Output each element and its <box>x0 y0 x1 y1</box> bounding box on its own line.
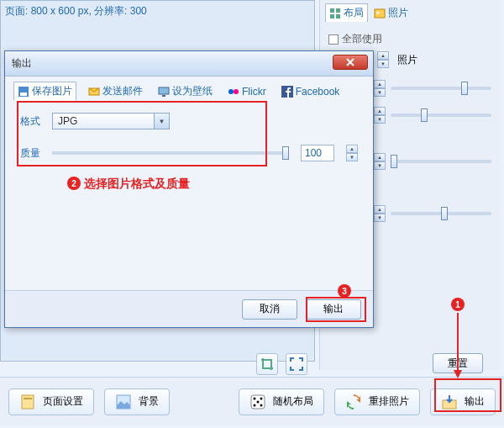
annotation-badge-3: 3 <box>338 284 351 298</box>
use-all-checkbox[interactable] <box>328 34 339 45</box>
svg-rect-6 <box>22 395 34 409</box>
slider-d[interactable] <box>391 212 491 215</box>
quality-slider[interactable] <box>52 151 289 155</box>
svg-point-11 <box>260 397 263 399</box>
svg-rect-7 <box>24 398 32 399</box>
svg-rect-4 <box>375 9 385 18</box>
annotation-arrowhead-1 <box>454 370 462 378</box>
tab-photo-label: 照片 <box>388 6 408 20</box>
svg-rect-3 <box>336 14 340 18</box>
bottom-toolbar: 页面设置 背景 随机布局 重排照片 输出 <box>0 377 504 425</box>
quality-label: 质量 <box>20 146 40 161</box>
page-info: 页面: 800 x 600 px, 分辨率: 300 <box>5 4 147 18</box>
photo-count-spinner[interactable]: ▲▼ <box>377 51 389 68</box>
crop-icon <box>260 357 274 371</box>
mail-icon <box>88 86 100 98</box>
val-spinner-a[interactable]: ▲▼ <box>374 80 386 97</box>
annotation-text-2: 选择图片格式及质量 <box>84 177 190 192</box>
dialog-titlebar[interactable]: 输出 <box>5 51 373 77</box>
slider-b[interactable] <box>391 114 491 117</box>
tab-photo[interactable]: 照片 <box>370 4 412 22</box>
reorder-photo-button[interactable]: 重排照片 <box>334 388 420 415</box>
close-icon <box>345 57 355 67</box>
svg-rect-0 <box>330 8 334 13</box>
chevron-down-icon: ▼ <box>154 114 169 129</box>
format-dropdown[interactable]: JPG ▼ <box>52 113 170 129</box>
slider-c[interactable] <box>391 160 491 163</box>
tab-save-image[interactable]: 保存图片 <box>13 82 76 101</box>
quality-spinner[interactable]: ▲▼ <box>346 145 358 161</box>
svg-rect-20 <box>162 95 165 97</box>
val-spinner-d[interactable]: ▲▼ <box>374 205 386 222</box>
expand-icon <box>290 357 303 371</box>
annotation-badge-2: 2 <box>67 177 81 190</box>
svg-point-14 <box>260 404 263 406</box>
val-spinner-b[interactable]: ▲▼ <box>374 107 386 124</box>
svg-rect-1 <box>336 8 340 13</box>
close-button[interactable] <box>333 55 368 70</box>
dialog-export-button[interactable]: 输出 <box>306 299 361 320</box>
tab-flickr[interactable]: Flickr <box>224 82 270 101</box>
svg-point-22 <box>234 89 239 94</box>
tab-send-email[interactable]: 发送邮件 <box>85 82 146 101</box>
format-label: 格式 <box>20 114 40 129</box>
svg-point-13 <box>254 404 256 406</box>
tab-layout[interactable]: 布局 <box>325 3 368 22</box>
svg-point-5 <box>377 11 380 13</box>
background-button[interactable]: 背景 <box>104 388 170 415</box>
dialog-title: 输出 <box>12 56 32 71</box>
crop-button[interactable] <box>256 353 278 375</box>
svg-rect-19 <box>159 87 169 94</box>
dice-icon <box>249 394 266 410</box>
tab-wallpaper[interactable]: 设为壁纸 <box>155 82 216 101</box>
tab-layout-label: 布局 <box>344 6 364 20</box>
export-icon <box>441 394 458 410</box>
background-icon <box>115 394 132 410</box>
photo-icon <box>374 8 386 19</box>
cancel-button[interactable]: 取消 <box>242 299 297 320</box>
svg-point-21 <box>228 89 234 94</box>
page-setup-button[interactable]: 页面设置 <box>8 388 94 415</box>
refresh-icon <box>345 394 362 410</box>
fullscreen-button[interactable] <box>286 353 307 375</box>
svg-point-12 <box>257 400 260 403</box>
monitor-icon <box>158 86 170 98</box>
facebook-icon <box>281 86 293 98</box>
grid-icon <box>329 8 341 19</box>
save-icon <box>18 86 29 98</box>
flickr-icon <box>228 86 239 98</box>
annotation-arrow-1 <box>457 313 459 370</box>
use-all-label: 全部使用 <box>342 32 382 46</box>
page-icon <box>19 394 36 410</box>
quality-input[interactable]: 100 <box>301 145 334 161</box>
svg-rect-17 <box>20 92 27 96</box>
annotation-badge-1: 1 <box>451 298 465 311</box>
random-layout-button[interactable]: 随机布局 <box>239 388 324 415</box>
export-button[interactable]: 输出 <box>430 388 496 415</box>
photo-count-label: 照片 <box>397 53 417 67</box>
slider-a[interactable] <box>391 87 491 90</box>
svg-point-10 <box>254 397 256 399</box>
svg-rect-2 <box>330 14 334 18</box>
val-spinner-c[interactable]: ▲▼ <box>374 153 386 170</box>
tab-facebook[interactable]: Facebook <box>278 82 344 101</box>
